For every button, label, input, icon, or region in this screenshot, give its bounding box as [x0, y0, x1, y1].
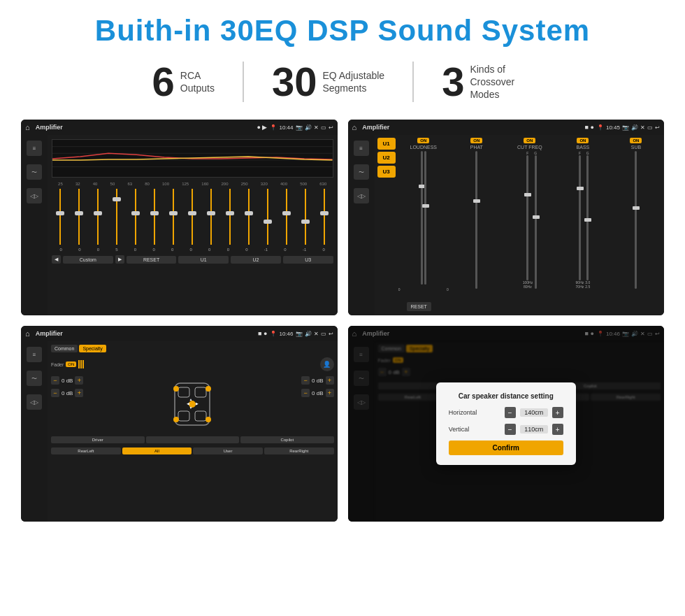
sub-on[interactable]: ON	[630, 138, 642, 143]
eq-slider-11[interactable]	[240, 189, 258, 245]
speaker-screen: ⌂ Amplifier ■ ● 📍 10:46 📷 🔊 ✕ ▭ ↩ ≡ 〜 ◁▷	[21, 326, 338, 522]
eq-slider-2[interactable]	[71, 189, 88, 245]
nav-user-btn[interactable]: User	[193, 447, 263, 454]
cross-vol-sidebar-icon[interactable]: ◁▷	[354, 188, 369, 203]
phat-slider[interactable]	[475, 151, 477, 289]
spk-back-icon: ↩	[329, 331, 333, 337]
fader-on[interactable]: ON	[66, 361, 76, 367]
cutfreq-slider-f[interactable]	[526, 155, 528, 280]
preset-u2-btn[interactable]: U2	[377, 152, 396, 164]
crossover-main-area: U1 U2 U3 ON LOUDNESS	[375, 135, 665, 315]
cross-wave-icon[interactable]: 〜	[354, 164, 369, 180]
vertical-plus[interactable]: +	[552, 424, 563, 435]
sub-slider[interactable]	[635, 151, 637, 289]
nav-all-btn[interactable]: All	[122, 447, 192, 454]
eq-custom-btn[interactable]: Custom	[63, 256, 113, 264]
fader-label: Fader	[51, 362, 64, 367]
stats-row: 6 RCAOutputs 30 EQ AdjustableSegments 3 …	[21, 62, 664, 102]
horizontal-minus[interactable]: −	[505, 407, 516, 418]
nav-driver-btn[interactable]: Driver	[51, 436, 145, 443]
vol3-minus[interactable]: −	[301, 376, 310, 385]
sidebar-eq-icon[interactable]: ≡	[27, 141, 42, 156]
eq-main-area: 2532 4050 6380 100125 160200 250320 4005…	[48, 135, 338, 315]
vol4-value: 0 dB	[312, 390, 323, 396]
profile-icon: 👤	[320, 357, 334, 371]
vol4-minus[interactable]: −	[301, 389, 310, 397]
eq-slider-15[interactable]	[316, 189, 333, 245]
vol2-minus[interactable]: −	[51, 389, 59, 397]
vol1-value: 0 dB	[62, 378, 73, 384]
vol2-plus[interactable]: +	[75, 389, 83, 397]
vol1-plus[interactable]: +	[75, 376, 83, 385]
eq-slider-10[interactable]	[222, 189, 239, 245]
tab-common-btn[interactable]: Common	[51, 345, 78, 352]
eq-next-btn[interactable]: ▶	[115, 255, 124, 264]
eq-slider-7[interactable]	[165, 189, 182, 245]
cross-eq-icon[interactable]: ≡	[354, 141, 369, 156]
nav-buttons: Driver Copilot	[51, 436, 334, 443]
cutfreq-slider-g[interactable]	[535, 155, 537, 289]
volume-car-section: − 0 dB + − 0 dB +	[51, 376, 334, 432]
horizontal-value: 140cm	[520, 408, 548, 417]
spk-wave-icon[interactable]: 〜	[27, 371, 42, 386]
eq-slider-9[interactable]	[203, 189, 220, 245]
loudness-on[interactable]: ON	[417, 138, 429, 143]
eq-bottom-bar: ◀ Custom ▶ RESET U1 U2 U3	[52, 255, 333, 264]
spk-cam-icon: 📷	[296, 331, 303, 337]
spk-app-name: Amplifier	[36, 330, 255, 337]
preset-u1-btn[interactable]: U1	[377, 138, 396, 150]
eq-u2-btn[interactable]: U2	[231, 256, 281, 264]
nav-rearleft-btn[interactable]: RearLeft	[51, 447, 121, 454]
spk-dots: ■ ●	[258, 330, 267, 337]
svg-text:▶: ▶	[196, 401, 199, 406]
eq-slider-1[interactable]	[52, 189, 69, 245]
speaker-tabs: Common Specialty	[51, 345, 334, 352]
bass-on[interactable]: ON	[577, 138, 589, 143]
svg-text:▲: ▲	[189, 397, 193, 401]
eq-u3-btn[interactable]: U3	[283, 256, 333, 264]
bass-slider-f[interactable]	[579, 155, 581, 280]
vertical-minus[interactable]: −	[505, 424, 516, 435]
sub-group: ON SUB	[611, 138, 661, 292]
eq-slider-6[interactable]	[146, 189, 164, 245]
confirm-button[interactable]: Confirm	[449, 440, 563, 455]
cross-reset-btn[interactable]: RESET	[407, 302, 431, 311]
vol3-plus[interactable]: +	[326, 376, 334, 385]
eq-reset-btn[interactable]: RESET	[127, 256, 177, 264]
eq-x-icon: ✕	[314, 124, 319, 131]
spk-vol-sidebar-icon[interactable]: ◁▷	[27, 394, 42, 410]
eq-slider-4[interactable]	[108, 189, 126, 245]
bass-slider-g[interactable]	[586, 155, 589, 280]
sidebar-volume-icon[interactable]: ◁▷	[27, 188, 42, 203]
vol4-plus[interactable]: +	[326, 389, 334, 397]
vol-row-1: − 0 dB +	[51, 376, 83, 385]
eq-slider-3[interactable]	[89, 189, 107, 245]
eq-slider-5[interactable]	[127, 189, 145, 245]
dialog-overlay: Car speaker distance setting Horizontal …	[348, 326, 665, 522]
cutfreq-on[interactable]: ON	[524, 138, 535, 143]
loudness-slider-1[interactable]	[421, 151, 423, 285]
nav-copilot-btn[interactable]: Copilot	[240, 436, 334, 443]
eq-time: 10:44	[279, 124, 293, 131]
eq-slider-8[interactable]	[184, 189, 201, 245]
eq-u1-btn[interactable]: U1	[178, 256, 229, 264]
cross-back-icon: ↩	[655, 124, 660, 131]
loudness-slider-2[interactable]	[424, 151, 426, 285]
nav-rearright-btn[interactable]: RearRight	[264, 447, 334, 454]
eq-slider-12[interactable]	[259, 189, 277, 245]
spk-status-bar: ⌂ Amplifier ■ ● 📍 10:46 📷 🔊 ✕ ▭ ↩	[21, 326, 338, 341]
sidebar-wave-icon[interactable]: 〜	[27, 164, 42, 180]
preset-u3-btn[interactable]: U3	[377, 166, 396, 178]
spk-eq-icon[interactable]: ≡	[27, 347, 42, 362]
eq-prev-btn[interactable]: ◀	[52, 255, 61, 264]
car-diagram-svg: ▲ ▼ ◀ ▶	[161, 376, 224, 432]
phat-on[interactable]: ON	[470, 138, 482, 143]
eq-slider-13[interactable]	[278, 189, 296, 245]
eq-cam-icon: 📷	[296, 124, 303, 131]
vol1-minus[interactable]: −	[51, 376, 59, 385]
horizontal-plus[interactable]: +	[552, 407, 563, 418]
tab-specialty-btn[interactable]: Specialty	[79, 345, 106, 352]
eq-slider-14[interactable]	[297, 189, 315, 245]
eq-freq-labels: 2532 4050 6380 100125 160200 250320 4005…	[52, 182, 333, 186]
home-icon: ⌂	[25, 123, 30, 131]
